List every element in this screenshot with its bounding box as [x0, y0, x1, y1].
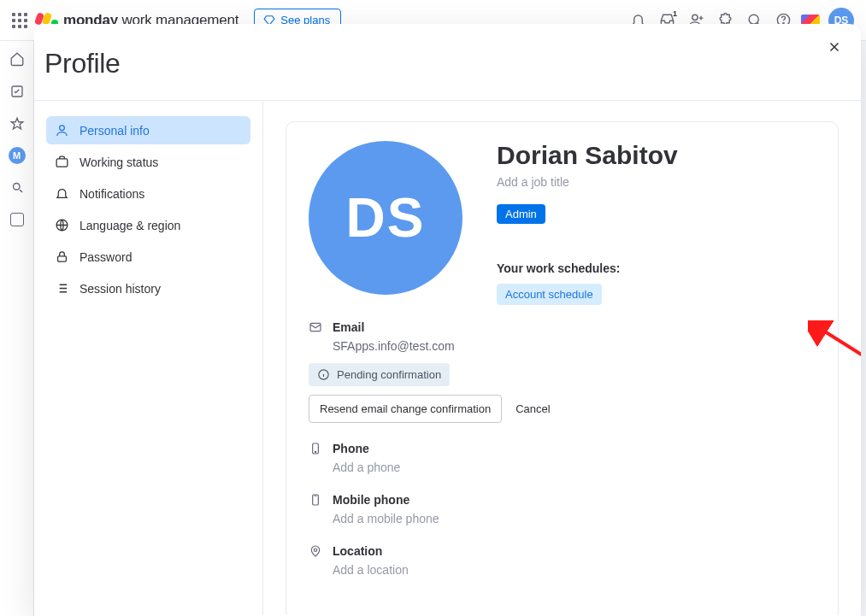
- profile-card: DS Dorian Sabitov Add a job title Admin …: [286, 121, 839, 615]
- resend-confirmation-button[interactable]: Resend email change confirmation: [309, 395, 502, 423]
- field-mobile-phone: Mobile phone Add a mobile phone: [309, 493, 816, 525]
- nav-session-history[interactable]: Session history: [46, 274, 250, 302]
- close-icon: [827, 39, 842, 55]
- field-email: Email SFApps.info@test.com Pending confi…: [309, 320, 816, 423]
- svg-point-13: [315, 451, 315, 452]
- rail-search[interactable]: [8, 178, 27, 197]
- role-badge: Admin: [497, 204, 545, 224]
- schedule-pill[interactable]: Account schedule: [497, 284, 602, 305]
- phone-icon: [309, 442, 322, 455]
- nav-working-status[interactable]: Working status: [46, 148, 250, 176]
- profile-modal: Profile Personal info Working status Not…: [34, 24, 861, 616]
- nav-label: Session history: [80, 282, 161, 296]
- pin-icon: [309, 544, 322, 558]
- mail-icon: [309, 320, 322, 334]
- svg-point-6: [60, 126, 65, 131]
- location-input[interactable]: Add a location: [333, 563, 816, 577]
- schedules-title: Your work schedules:: [497, 261, 678, 275]
- avatar-large[interactable]: DS: [309, 141, 462, 295]
- location-label: Location: [333, 544, 382, 558]
- phone-input[interactable]: Add a phone: [333, 461, 816, 474]
- rail-workspace-badge[interactable]: M: [9, 147, 26, 164]
- mobile-icon: [309, 493, 322, 507]
- modal-header: Profile: [34, 24, 861, 100]
- star-icon: [9, 116, 25, 132]
- nav-language-region[interactable]: Language & region: [46, 211, 250, 239]
- nav-label: Notifications: [80, 187, 144, 201]
- rail-mywork[interactable]: [8, 82, 27, 101]
- profile-name: Dorian Sabitov: [497, 141, 678, 170]
- search-icon: [9, 179, 25, 195]
- nav-notifications[interactable]: Notifications: [46, 179, 250, 208]
- rail-home[interactable]: [8, 50, 27, 68]
- home-icon: [9, 51, 25, 67]
- mobile-label: Mobile phone: [333, 493, 409, 507]
- pending-confirmation-pill: Pending confirmation: [309, 363, 450, 386]
- info-icon: [317, 368, 330, 381]
- svg-rect-7: [56, 159, 68, 167]
- nav-label: Personal info: [80, 124, 150, 138]
- pending-text: Pending confirmation: [337, 368, 441, 381]
- globe-icon: [55, 218, 69, 232]
- svg-line-16: [821, 329, 861, 380]
- svg-point-5: [13, 184, 20, 191]
- cancel-email-change-button[interactable]: Cancel: [515, 402, 550, 415]
- person-icon: [55, 123, 69, 138]
- nav-personal-info[interactable]: Personal info: [46, 116, 250, 144]
- phone-label: Phone: [333, 442, 369, 455]
- left-rail: M: [0, 41, 34, 616]
- svg-point-15: [314, 549, 316, 551]
- profile-content: DS Dorian Sabitov Add a job title Admin …: [263, 101, 861, 615]
- email-label: Email: [333, 320, 364, 334]
- svg-rect-9: [58, 256, 67, 261]
- modal-title: Profile: [44, 48, 861, 79]
- profile-meta: Dorian Sabitov Add a job title Admin You…: [497, 141, 678, 305]
- close-button[interactable]: [823, 36, 845, 58]
- svg-point-0: [692, 15, 697, 20]
- nav-label: Working status: [80, 155, 158, 169]
- inbox-badge: 1: [673, 9, 677, 18]
- rail-favorites[interactable]: [8, 114, 27, 133]
- annotation-arrow-icon: [808, 320, 861, 389]
- bell-icon: [55, 186, 69, 201]
- board-icon: [10, 213, 24, 226]
- job-title-input[interactable]: Add a job title: [497, 175, 678, 189]
- list-icon: [55, 281, 69, 296]
- mobile-input[interactable]: Add a mobile phone: [333, 512, 816, 525]
- lock-icon: [55, 249, 69, 264]
- nav-label: Password: [80, 250, 132, 264]
- field-phone: Phone Add a phone: [309, 442, 816, 474]
- nav-password[interactable]: Password: [46, 243, 250, 271]
- profile-side-nav: Personal info Working status Notificatio…: [34, 101, 263, 615]
- email-value[interactable]: SFApps.info@test.com: [333, 339, 816, 353]
- checklist-icon: [9, 84, 25, 99]
- field-location: Location Add a location: [309, 544, 816, 577]
- nav-label: Language & region: [80, 219, 180, 232]
- svg-point-1: [749, 15, 758, 24]
- apps-grid-icon[interactable]: [12, 13, 27, 28]
- briefcase-icon: [55, 155, 69, 169]
- rail-board[interactable]: [8, 210, 27, 229]
